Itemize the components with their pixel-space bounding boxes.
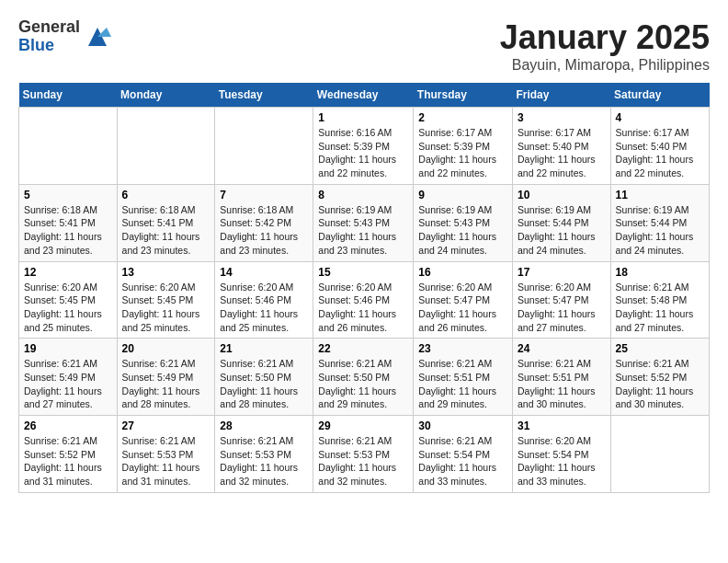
day-number: 1 <box>318 111 408 124</box>
day-info: Sunrise: 6:18 AM Sunset: 5:41 PM Dayligh… <box>24 203 112 258</box>
day-info: Sunrise: 6:20 AM Sunset: 5:45 PM Dayligh… <box>122 281 210 335</box>
day-number: 7 <box>220 189 308 201</box>
calendar-cell: 18Sunrise: 6:21 AM Sunset: 5:48 PM Dayli… <box>610 261 709 339</box>
day-number: 3 <box>518 111 606 124</box>
day-info: Sunrise: 6:19 AM Sunset: 5:44 PM Dayligh… <box>518 203 606 258</box>
day-number: 12 <box>24 266 112 279</box>
month-title: January 2025 <box>500 18 710 57</box>
day-info: Sunrise: 6:21 AM Sunset: 5:50 PM Dayligh… <box>318 357 408 411</box>
day-info: Sunrise: 6:20 AM Sunset: 5:47 PM Dayligh… <box>418 281 507 335</box>
day-number: 14 <box>220 266 308 279</box>
day-number: 16 <box>418 266 507 279</box>
day-info: Sunrise: 6:21 AM Sunset: 5:53 PM Dayligh… <box>220 434 308 488</box>
day-info: Sunrise: 6:17 AM Sunset: 5:40 PM Dayligh… <box>616 126 704 180</box>
day-number: 27 <box>122 419 210 432</box>
day-number: 21 <box>220 342 308 355</box>
calendar-week-row: 12Sunrise: 6:20 AM Sunset: 5:45 PM Dayli… <box>19 261 710 339</box>
day-number: 30 <box>418 419 507 432</box>
calendar-cell: 2Sunrise: 6:17 AM Sunset: 5:39 PM Daylig… <box>414 108 513 185</box>
day-number: 11 <box>616 189 704 201</box>
calendar-cell: 22Sunrise: 6:21 AM Sunset: 5:50 PM Dayli… <box>313 339 414 416</box>
day-number: 20 <box>122 342 210 355</box>
calendar-cell: 16Sunrise: 6:20 AM Sunset: 5:47 PM Dayli… <box>414 261 513 339</box>
days-of-week-row: SundayMondayTuesdayWednesdayThursdayFrid… <box>19 83 710 108</box>
calendar-cell: 7Sunrise: 6:18 AM Sunset: 5:42 PM Daylig… <box>215 184 313 261</box>
calendar-cell <box>117 108 215 185</box>
day-number: 13 <box>122 266 210 279</box>
calendar-cell: 1Sunrise: 6:16 AM Sunset: 5:39 PM Daylig… <box>313 108 414 185</box>
day-number: 2 <box>418 111 507 124</box>
calendar-cell: 15Sunrise: 6:20 AM Sunset: 5:46 PM Dayli… <box>313 261 414 339</box>
logo-blue-text: Blue <box>18 37 80 55</box>
calendar-cell: 11Sunrise: 6:19 AM Sunset: 5:44 PM Dayli… <box>610 184 709 261</box>
logo-general-text: General <box>18 18 80 37</box>
calendar-body: 1Sunrise: 6:16 AM Sunset: 5:39 PM Daylig… <box>19 108 710 493</box>
day-number: 18 <box>616 266 704 279</box>
calendar-cell <box>610 416 709 493</box>
calendar-cell: 8Sunrise: 6:19 AM Sunset: 5:43 PM Daylig… <box>313 184 414 261</box>
calendar-cell: 19Sunrise: 6:21 AM Sunset: 5:49 PM Dayli… <box>19 339 118 416</box>
day-info: Sunrise: 6:21 AM Sunset: 5:51 PM Dayligh… <box>518 357 606 411</box>
day-of-week-header: Tuesday <box>215 83 313 108</box>
day-info: Sunrise: 6:19 AM Sunset: 5:43 PM Dayligh… <box>318 203 408 258</box>
calendar-week-row: 1Sunrise: 6:16 AM Sunset: 5:39 PM Daylig… <box>19 108 710 185</box>
day-info: Sunrise: 6:21 AM Sunset: 5:48 PM Dayligh… <box>616 281 704 335</box>
day-info: Sunrise: 6:20 AM Sunset: 5:54 PM Dayligh… <box>518 434 606 488</box>
calendar-cell: 3Sunrise: 6:17 AM Sunset: 5:40 PM Daylig… <box>512 108 610 185</box>
day-number: 5 <box>24 189 112 201</box>
day-info: Sunrise: 6:21 AM Sunset: 5:54 PM Dayligh… <box>418 434 507 488</box>
day-info: Sunrise: 6:20 AM Sunset: 5:46 PM Dayligh… <box>220 281 308 335</box>
day-info: Sunrise: 6:20 AM Sunset: 5:47 PM Dayligh… <box>518 281 606 335</box>
calendar-cell <box>19 108 118 185</box>
day-number: 17 <box>518 266 606 279</box>
calendar-cell: 13Sunrise: 6:20 AM Sunset: 5:45 PM Dayli… <box>117 261 215 339</box>
day-info: Sunrise: 6:18 AM Sunset: 5:42 PM Dayligh… <box>220 203 308 258</box>
day-number: 23 <box>418 342 507 355</box>
day-number: 9 <box>418 189 507 201</box>
day-info: Sunrise: 6:21 AM Sunset: 5:49 PM Dayligh… <box>24 357 112 411</box>
day-number: 22 <box>318 342 408 355</box>
calendar-cell: 9Sunrise: 6:19 AM Sunset: 5:43 PM Daylig… <box>414 184 513 261</box>
day-of-week-header: Friday <box>512 83 610 108</box>
day-info: Sunrise: 6:19 AM Sunset: 5:44 PM Dayligh… <box>616 203 704 258</box>
location-subtitle: Bayuin, Mimaropa, Philippines <box>500 57 710 74</box>
day-number: 6 <box>122 189 210 201</box>
day-number: 31 <box>518 419 606 432</box>
page-header: General Blue January 2025 Bayuin, Mimaro… <box>18 18 710 74</box>
calendar-cell <box>215 108 313 185</box>
day-info: Sunrise: 6:21 AM Sunset: 5:53 PM Dayligh… <box>122 434 210 488</box>
day-number: 15 <box>318 266 408 279</box>
calendar-cell: 5Sunrise: 6:18 AM Sunset: 5:41 PM Daylig… <box>19 184 118 261</box>
day-number: 24 <box>518 342 606 355</box>
day-info: Sunrise: 6:20 AM Sunset: 5:45 PM Dayligh… <box>24 281 112 335</box>
day-info: Sunrise: 6:17 AM Sunset: 5:39 PM Dayligh… <box>418 126 507 180</box>
calendar-table: SundayMondayTuesdayWednesdayThursdayFrid… <box>18 83 710 493</box>
day-number: 28 <box>220 419 308 432</box>
calendar-cell: 17Sunrise: 6:20 AM Sunset: 5:47 PM Dayli… <box>512 261 610 339</box>
calendar-cell: 29Sunrise: 6:21 AM Sunset: 5:53 PM Dayli… <box>313 416 414 493</box>
calendar-cell: 21Sunrise: 6:21 AM Sunset: 5:50 PM Dayli… <box>215 339 313 416</box>
calendar-week-row: 5Sunrise: 6:18 AM Sunset: 5:41 PM Daylig… <box>19 184 710 261</box>
day-info: Sunrise: 6:21 AM Sunset: 5:52 PM Dayligh… <box>24 434 112 488</box>
day-number: 10 <box>518 189 606 201</box>
day-of-week-header: Monday <box>117 83 215 108</box>
day-info: Sunrise: 6:21 AM Sunset: 5:53 PM Dayligh… <box>318 434 408 488</box>
day-number: 25 <box>616 342 704 355</box>
calendar-cell: 28Sunrise: 6:21 AM Sunset: 5:53 PM Dayli… <box>215 416 313 493</box>
day-info: Sunrise: 6:21 AM Sunset: 5:50 PM Dayligh… <box>220 357 308 411</box>
calendar-header: SundayMondayTuesdayWednesdayThursdayFrid… <box>19 83 710 108</box>
calendar-cell: 27Sunrise: 6:21 AM Sunset: 5:53 PM Dayli… <box>117 416 215 493</box>
calendar-cell: 30Sunrise: 6:21 AM Sunset: 5:54 PM Dayli… <box>414 416 513 493</box>
day-of-week-header: Saturday <box>610 83 709 108</box>
day-info: Sunrise: 6:17 AM Sunset: 5:40 PM Dayligh… <box>518 126 606 180</box>
day-info: Sunrise: 6:16 AM Sunset: 5:39 PM Dayligh… <box>318 126 408 180</box>
day-info: Sunrise: 6:20 AM Sunset: 5:46 PM Dayligh… <box>318 281 408 335</box>
day-number: 26 <box>24 419 112 432</box>
day-number: 8 <box>318 189 408 201</box>
calendar-cell: 12Sunrise: 6:20 AM Sunset: 5:45 PM Dayli… <box>19 261 118 339</box>
calendar-cell: 14Sunrise: 6:20 AM Sunset: 5:46 PM Dayli… <box>215 261 313 339</box>
calendar-week-row: 19Sunrise: 6:21 AM Sunset: 5:49 PM Dayli… <box>19 339 710 416</box>
day-of-week-header: Wednesday <box>313 83 414 108</box>
day-number: 29 <box>318 419 408 432</box>
calendar-cell: 31Sunrise: 6:20 AM Sunset: 5:54 PM Dayli… <box>512 416 610 493</box>
